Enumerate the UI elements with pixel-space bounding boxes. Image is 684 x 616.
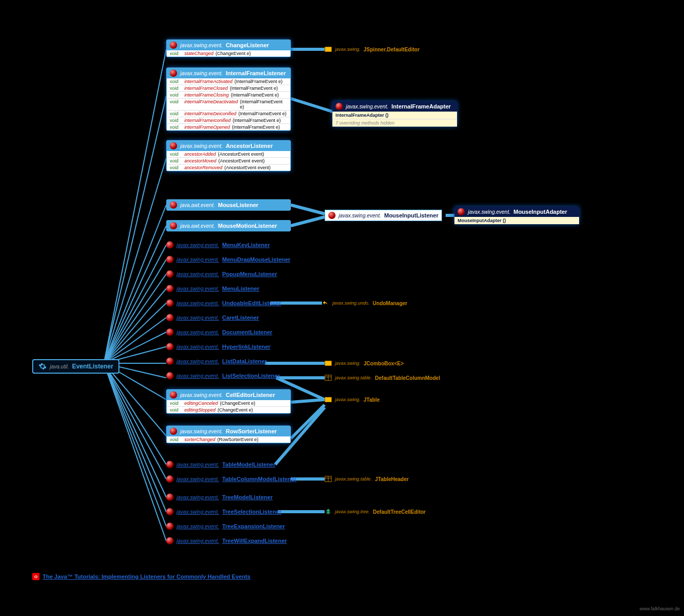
link-listselectionlistener[interactable]: javax.swing.event.ListSelectionListener bbox=[166, 372, 280, 379]
ball-icon bbox=[170, 391, 177, 399]
box-internal-frame-listener: javax.swing.event.InternalFrameListener … bbox=[166, 67, 291, 131]
link-treewillexpandlistener[interactable]: javax.swing.event.TreeWillExpandListener bbox=[166, 537, 287, 544]
svg-line-4 bbox=[104, 226, 166, 363]
tree-icon bbox=[325, 508, 332, 515]
box-icon bbox=[325, 46, 332, 53]
svg-rect-46 bbox=[328, 514, 329, 515]
ball-icon bbox=[166, 343, 173, 350]
svg-line-17 bbox=[104, 363, 166, 464]
box-change-listener: javax.swing.event.ChangeListener voidsta… bbox=[166, 39, 291, 57]
table-icon bbox=[325, 475, 332, 483]
ball-icon bbox=[336, 103, 343, 110]
svg-line-9 bbox=[104, 303, 166, 363]
svg-line-20 bbox=[104, 363, 166, 512]
ball-icon bbox=[170, 42, 177, 49]
ball-icon bbox=[166, 328, 173, 336]
link-menudragmouselistener[interactable]: javax.swing.event.MenuDragMouseListener bbox=[166, 256, 290, 263]
ball-icon bbox=[458, 208, 465, 215]
svg-line-7 bbox=[104, 274, 166, 363]
ball-icon bbox=[170, 70, 177, 77]
box-icon bbox=[325, 396, 332, 403]
svg-line-0 bbox=[104, 49, 166, 363]
svg-line-8 bbox=[104, 289, 166, 363]
ref-jtable[interactable]: javax.swing.JTable bbox=[325, 396, 380, 403]
svg-line-16 bbox=[104, 363, 166, 436]
oracle-icon: O bbox=[32, 573, 39, 580]
ball-icon bbox=[170, 142, 177, 149]
box-internal-frame-adapter: javax.swing.event.InternalFrameAdapter I… bbox=[332, 101, 457, 127]
svg-line-10 bbox=[104, 318, 166, 363]
credit-text: www.falkhausen.de bbox=[639, 606, 680, 611]
undo-icon bbox=[322, 299, 329, 307]
svg-line-1 bbox=[104, 96, 166, 363]
box-cell-editor-listener: javax.swing.event.CellEditorListener voi… bbox=[166, 389, 291, 414]
box-row-sorter-listener: javax.swing.event.RowSorterListener void… bbox=[166, 426, 291, 443]
svg-line-2 bbox=[104, 158, 166, 363]
ball-icon bbox=[166, 461, 173, 468]
link-documentlistener[interactable]: javax.swing.event.DocumentListener bbox=[166, 328, 272, 336]
ball-icon bbox=[166, 475, 173, 483]
ball-icon bbox=[166, 299, 173, 307]
table-icon bbox=[325, 374, 332, 381]
svg-line-6 bbox=[104, 259, 166, 363]
link-popupmenulistener[interactable]: javax.swing.event.PopupMenuListener bbox=[166, 270, 277, 278]
ball-icon bbox=[166, 314, 173, 321]
gear-icon bbox=[38, 362, 47, 371]
svg-line-24 bbox=[291, 99, 332, 112]
ball-icon bbox=[166, 285, 173, 292]
svg-line-11 bbox=[104, 332, 166, 363]
footer-tutorial-link[interactable]: O The Java™ Tutorials: Implementing List… bbox=[32, 573, 250, 580]
ref-jspinner-default-editor[interactable]: javax.swing.JSpinner.DefaultEditor bbox=[325, 46, 420, 53]
svg-line-19 bbox=[104, 363, 166, 497]
svg-line-22 bbox=[104, 363, 166, 541]
box-mouse-input-adapter: javax.swing.event.MouseInputAdapter Mous… bbox=[454, 207, 579, 224]
ball-icon bbox=[166, 508, 173, 515]
ref-jtable-header[interactable]: javax.swing.table.JTableHeader bbox=[325, 475, 409, 483]
link-menukeylistener[interactable]: javax.swing.event.MenuKeyListener bbox=[166, 241, 270, 249]
root-pkg: java.util. bbox=[50, 364, 69, 369]
ref-undo-manager[interactable]: javax.swing.undo.UndoManager bbox=[322, 299, 407, 307]
link-listdatalistener[interactable]: javax.swing.event.ListDataListener bbox=[166, 358, 267, 365]
link-tablecolumnmodellistener[interactable]: javax.swing.event.TableColumnModelListen… bbox=[166, 475, 297, 483]
ball-icon bbox=[166, 372, 173, 379]
ball-icon bbox=[166, 358, 173, 365]
ball-icon bbox=[166, 256, 173, 263]
root-name: EventListener bbox=[72, 363, 113, 370]
link-hyperlinklistener[interactable]: javax.swing.event.HyperlinkListener bbox=[166, 343, 271, 350]
svg-line-18 bbox=[104, 363, 166, 479]
svg-rect-37 bbox=[325, 47, 331, 52]
svg-rect-42 bbox=[325, 398, 331, 402]
svg-line-33 bbox=[291, 405, 325, 439]
link-undoableeditlistener[interactable]: javax.swing.event.UndoableEditListener bbox=[166, 299, 281, 307]
svg-line-32 bbox=[291, 400, 325, 402]
ref-default-table-column-model[interactable]: javax.swing.table.DefaultTableColumnMode… bbox=[325, 374, 440, 381]
ball-icon bbox=[166, 270, 173, 278]
ball-icon bbox=[170, 201, 177, 209]
box-mouse-listener: java.awt.event.MouseListener bbox=[166, 199, 291, 211]
box-icon bbox=[325, 360, 332, 367]
ball-icon bbox=[166, 241, 173, 249]
ball-icon bbox=[166, 494, 173, 501]
svg-line-25 bbox=[291, 205, 325, 214]
link-caretlistener[interactable]: javax.swing.event.CaretListener bbox=[166, 314, 259, 321]
ball-icon bbox=[328, 212, 336, 219]
link-tablemodellistener[interactable]: javax.swing.event.TableModelListener bbox=[166, 461, 275, 468]
svg-line-26 bbox=[291, 217, 325, 226]
ball-icon bbox=[166, 537, 173, 544]
ball-icon bbox=[170, 222, 177, 229]
svg-rect-38 bbox=[325, 361, 331, 366]
ball-icon bbox=[166, 523, 173, 530]
link-treeselectionlistener[interactable]: javax.swing.event.TreeSelectionListener bbox=[166, 508, 281, 515]
ref-jcombobox[interactable]: javax.swing.JComboBox<E> bbox=[325, 360, 404, 367]
link-menulistener[interactable]: javax.swing.event.MenuListener bbox=[166, 285, 259, 292]
root-eventlistener: java.util.EventListener bbox=[32, 359, 119, 374]
svg-line-21 bbox=[104, 363, 166, 526]
footer-link[interactable]: The Java™ Tutorials: Implementing Listen… bbox=[43, 573, 250, 580]
ball-icon bbox=[170, 428, 177, 435]
box-mouse-motion-listener: java.awt.event.MouseMotionListener bbox=[166, 220, 291, 231]
link-treeexpansionlistener[interactable]: javax.swing.event.TreeExpansionListener bbox=[166, 523, 285, 530]
box-mouse-input-listener: javax.swing.event.MouseInputListener bbox=[325, 210, 442, 221]
svg-line-5 bbox=[104, 245, 166, 363]
link-treemodellistener[interactable]: javax.swing.event.TreeModelListener bbox=[166, 494, 273, 501]
ref-default-tree-cell-editor[interactable]: javax.swing.tree.DefaultTreeCellEditor bbox=[325, 508, 426, 515]
